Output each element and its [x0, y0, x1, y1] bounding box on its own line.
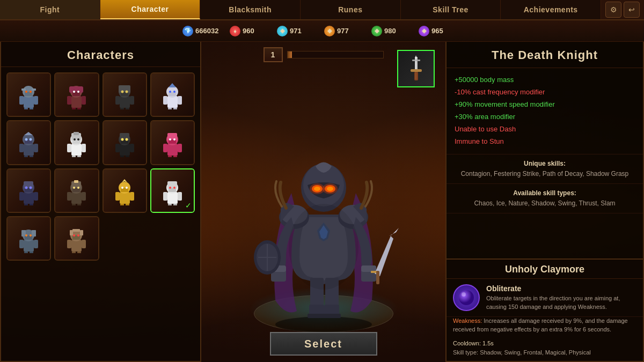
svg-rect-77: [178, 144, 182, 152]
svg-rect-115: [167, 181, 177, 189]
svg-point-145: [77, 234, 79, 237]
weapon-orb-icon: [453, 284, 480, 311]
nav-blacksmith[interactable]: Blacksmith: [200, 0, 301, 19]
svg-point-112: [126, 187, 128, 189]
svg-point-50: [30, 138, 32, 141]
char-slot-13[interactable]: [6, 216, 51, 261]
svg-point-180: [289, 204, 358, 290]
svg-marker-43: [24, 132, 33, 135]
currency-bar: 💎 666032 ♦ 960 ◆ 971 ◆ 977 ◆ 980 ◆ 965: [0, 20, 644, 42]
char-slot-7[interactable]: [103, 120, 147, 165]
cooldown-value: Cooldown: 1.5s: [453, 339, 636, 348]
exit-button[interactable]: ↩: [624, 2, 640, 18]
center-area: 1: [201, 42, 445, 362]
svg-point-70: [121, 138, 123, 141]
svg-rect-82: [24, 192, 34, 204]
svg-rect-54: [74, 132, 79, 135]
svg-rect-95: [74, 180, 78, 183]
svg-rect-25: [115, 96, 120, 105]
char-slot-12[interactable]: ✓: [150, 168, 195, 213]
weakness-label: Weakness:: [453, 317, 482, 324]
svg-point-39: [169, 91, 171, 93]
svg-rect-140: [67, 240, 71, 248]
characters-title: Characters: [1, 42, 200, 67]
svg-rect-17: [72, 108, 76, 109]
nav-fight[interactable]: Fight: [0, 0, 100, 19]
char-slot-11[interactable]: [103, 168, 147, 213]
svg-point-153: [275, 316, 372, 333]
svg-rect-37: [168, 108, 172, 109]
char-slot-5[interactable]: [6, 120, 51, 165]
svg-rect-18: [77, 108, 81, 109]
svg-rect-78: [168, 156, 172, 157]
svg-rect-47: [24, 156, 28, 157]
unique-skills-section: Unique skills: Contagion, Festering Stri…: [447, 154, 643, 184]
char-slot-1[interactable]: [6, 72, 51, 117]
character-info-panel: The Death Knight +50000 body mass -10% c…: [445, 42, 644, 362]
svg-rect-126: [32, 230, 36, 237]
svg-rect-131: [30, 252, 33, 253]
currency-orange: ◆ 977: [324, 26, 367, 36]
svg-point-71: [125, 138, 128, 141]
red-gem-icon: ♦: [230, 26, 240, 36]
svg-point-91: [30, 186, 32, 189]
weapon-slot[interactable]: [397, 50, 435, 87]
char-slot-2[interactable]: [54, 72, 99, 117]
svg-rect-143: [77, 252, 81, 253]
svg-rect-31: [167, 96, 178, 108]
svg-rect-28: [126, 108, 129, 109]
characters-panel: Characters: [0, 42, 201, 362]
weapon-name: Unholy Claymore: [447, 260, 643, 279]
char-slot-6[interactable]: [54, 120, 99, 165]
unique-skills-value: Contagion, Festering Strike, Path of Dec…: [455, 169, 635, 179]
weapon-skill-desc: Obliterate targets in the direction you …: [486, 294, 636, 311]
nav-runes[interactable]: Runes: [301, 0, 401, 19]
stat-body-mass: +50000 body mass: [455, 74, 635, 86]
nav-icon-group: ⚙ ↩: [601, 0, 644, 19]
svg-point-181: [459, 290, 474, 305]
coin-value: 666032: [195, 27, 218, 35]
svg-rect-117: [163, 192, 167, 201]
char-avatar-8: [156, 127, 188, 159]
orange-gem-icon: ◆: [324, 26, 335, 36]
svg-point-122: [173, 187, 175, 189]
svg-rect-86: [19, 192, 24, 201]
select-button[interactable]: Select: [270, 332, 377, 356]
character-grid: ✓: [1, 67, 200, 266]
svg-rect-99: [72, 204, 76, 205]
char-slot-14[interactable]: [54, 216, 99, 261]
nav-skill-tree[interactable]: Skill Tree: [401, 0, 501, 19]
svg-rect-8: [30, 108, 33, 109]
svg-rect-72: [167, 144, 178, 156]
svg-rect-136: [72, 229, 80, 232]
svg-rect-45: [19, 144, 24, 152]
svg-rect-16: [82, 96, 86, 105]
svg-rect-113: [167, 192, 178, 204]
char-slot-4[interactable]: [150, 72, 195, 117]
char-avatar-9: [13, 174, 45, 206]
nav-character[interactable]: Character: [100, 0, 201, 19]
stat-immune-stun: Immune to Stun: [455, 136, 635, 147]
svg-point-49: [25, 138, 28, 141]
char-slot-8[interactable]: [150, 120, 195, 165]
nav-achievements[interactable]: Achievements: [501, 0, 601, 19]
char-avatar-2: [61, 79, 93, 111]
char-slot-10[interactable]: [54, 168, 99, 213]
svg-rect-76: [163, 144, 167, 152]
char-slot-9[interactable]: [6, 168, 51, 213]
stat-move-speed: +90% movement speed modifier: [455, 99, 635, 110]
settings-button[interactable]: ⚙: [605, 2, 621, 18]
svg-rect-120: [173, 204, 177, 205]
svg-rect-2: [21, 88, 26, 91]
green-gem-value: 980: [384, 27, 396, 35]
svg-rect-89: [30, 204, 33, 205]
svg-rect-97: [67, 192, 71, 201]
svg-rect-36: [178, 96, 182, 105]
svg-point-133: [30, 234, 32, 237]
char-display: [201, 42, 445, 362]
char-slot-3[interactable]: [103, 72, 147, 117]
char-avatar-11: [108, 174, 141, 206]
svg-rect-103: [120, 192, 130, 204]
char-avatar-7: [108, 127, 141, 159]
svg-rect-5: [19, 96, 24, 105]
